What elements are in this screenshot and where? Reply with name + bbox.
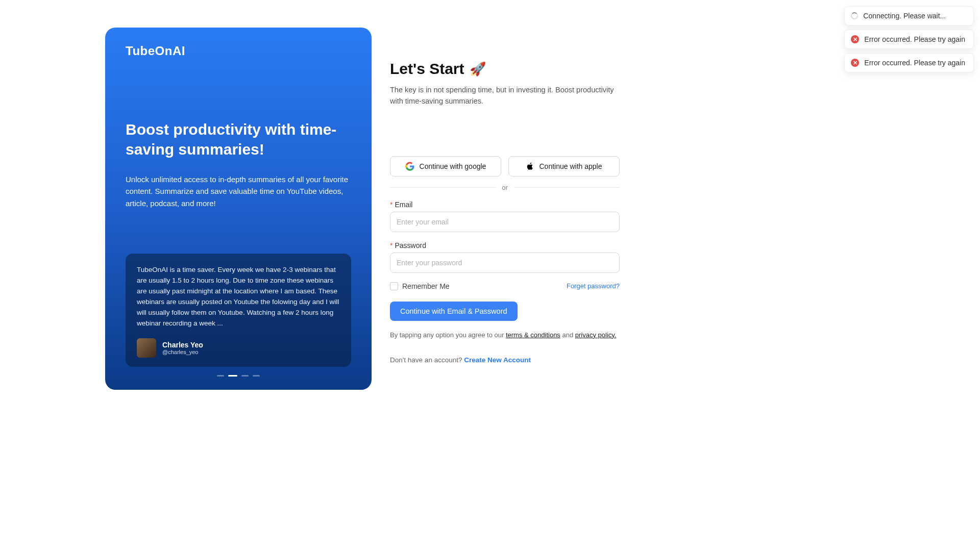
spinner-icon (851, 12, 858, 19)
error-icon: ✕ (851, 35, 859, 43)
required-asterisk: * (390, 241, 393, 249)
terms-link[interactable]: terms & conditions (506, 331, 560, 339)
google-signin-label: Continue with google (420, 162, 486, 170)
hero-body: Unlock unlimited access to in-depth summ… (126, 173, 351, 209)
toast-loading: Connecting. Please wait... (844, 6, 974, 26)
testimonial-author-handle: @charles_yeo (162, 349, 203, 355)
apple-icon (526, 162, 534, 171)
remember-me-checkbox[interactable] (390, 282, 398, 290)
google-signin-button[interactable]: Continue with google (390, 156, 501, 177)
remember-me[interactable]: Remember Me (390, 282, 450, 290)
page-subtitle: The key is in not spending time, but in … (390, 85, 620, 107)
submit-button[interactable]: Continue with Email & Password (390, 302, 518, 321)
carousel-dot[interactable] (228, 375, 237, 377)
toast-error: ✕ Error occurred. Please try again (844, 53, 974, 72)
error-icon: ✕ (851, 59, 859, 67)
marketing-panel: TubeOnAI Boost productivity with time-sa… (105, 28, 372, 390)
or-label: or (502, 184, 508, 191)
forgot-password-link[interactable]: Forget password? (567, 282, 620, 290)
privacy-link[interactable]: privacy policy. (575, 331, 617, 339)
toast-text: Connecting. Please wait... (863, 12, 946, 20)
divider (390, 187, 496, 188)
carousel-dots (126, 375, 351, 377)
email-field[interactable] (390, 212, 620, 232)
google-icon (405, 162, 414, 171)
remember-me-label: Remember Me (402, 282, 450, 290)
password-field[interactable] (390, 253, 620, 273)
page-title: Let's Start (390, 60, 464, 78)
email-label: Email (395, 201, 412, 209)
legal-text: By tapping any option you agree to our t… (390, 331, 620, 339)
toast-error: ✕ Error occurred. Please try again (844, 30, 974, 49)
avatar (137, 338, 156, 358)
carousel-dot[interactable] (217, 375, 224, 377)
apple-signin-button[interactable]: Continue with apple (508, 156, 620, 177)
rocket-icon: 🚀 (470, 61, 486, 77)
required-asterisk: * (390, 201, 393, 209)
carousel-dot[interactable] (241, 375, 249, 377)
toast-text: Error occurred. Please try again (864, 59, 965, 67)
password-label: Password (395, 241, 426, 249)
carousel-dot[interactable] (253, 375, 260, 377)
testimonial-text: TubeOnAI is a time saver. Every week we … (137, 265, 340, 329)
brand-logo: TubeOnAI (126, 44, 351, 58)
auth-panel: Let's Start 🚀 The key is in not spending… (390, 28, 620, 390)
hero-heading: Boost productivity with time-saving summ… (126, 119, 351, 159)
create-account-prefix: Don't have an account? (390, 356, 464, 364)
apple-signin-label: Continue with apple (540, 162, 602, 170)
divider (514, 187, 620, 188)
create-account-link[interactable]: Create New Account (464, 356, 531, 364)
toast-text: Error occurred. Please try again (864, 35, 965, 43)
toast-stack: Connecting. Please wait... ✕ Error occur… (844, 6, 974, 72)
testimonial-author-name: Charles Yeo (162, 341, 203, 349)
testimonial-card: TubeOnAI is a time saver. Every week we … (126, 254, 351, 367)
